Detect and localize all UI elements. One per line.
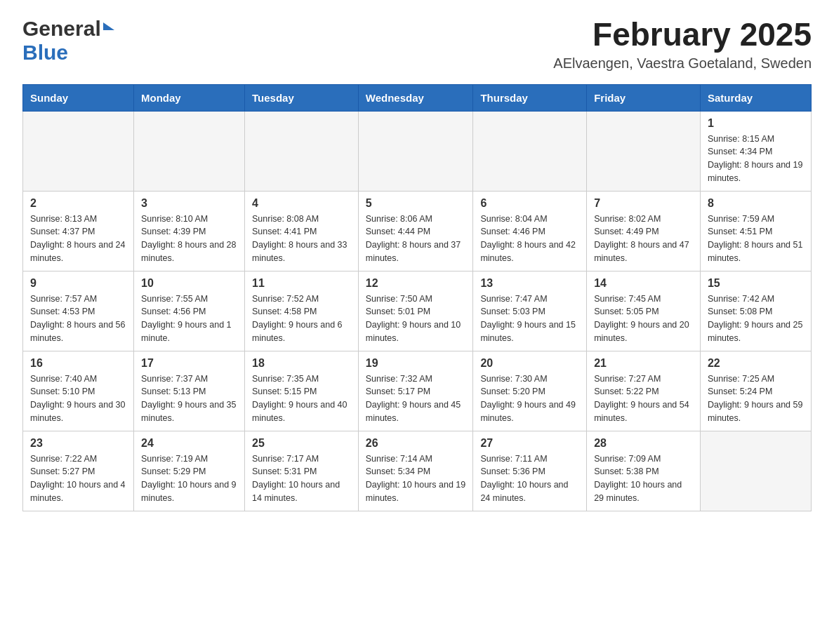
calendar-week-row: 23Sunrise: 7:22 AMSunset: 5:27 PMDayligh… xyxy=(23,431,812,511)
day-number: 23 xyxy=(30,437,126,450)
day-info: Sunrise: 7:30 AMSunset: 5:20 PMDaylight:… xyxy=(480,373,579,425)
calendar-cell: 25Sunrise: 7:17 AMSunset: 5:31 PMDayligh… xyxy=(245,431,359,511)
logo: General Blue xyxy=(22,17,114,65)
calendar-cell: 5Sunrise: 8:06 AMSunset: 4:44 PMDaylight… xyxy=(358,191,473,271)
calendar-cell xyxy=(700,431,811,511)
calendar-cell: 22Sunrise: 7:25 AMSunset: 5:24 PMDayligh… xyxy=(700,351,811,431)
calendar-cell: 12Sunrise: 7:50 AMSunset: 5:01 PMDayligh… xyxy=(358,271,473,351)
logo-general: General xyxy=(22,17,101,41)
calendar-cell: 26Sunrise: 7:14 AMSunset: 5:34 PMDayligh… xyxy=(358,431,473,511)
day-info: Sunrise: 7:32 AMSunset: 5:17 PMDaylight:… xyxy=(366,373,466,425)
day-number: 24 xyxy=(141,437,237,450)
day-info: Sunrise: 7:17 AMSunset: 5:31 PMDaylight:… xyxy=(252,452,351,505)
calendar-cell: 6Sunrise: 8:04 AMSunset: 4:46 PMDaylight… xyxy=(473,191,587,271)
day-number: 12 xyxy=(366,277,466,290)
day-number: 20 xyxy=(480,357,579,370)
day-number: 27 xyxy=(480,437,579,450)
title-area: February 2025 AElvaengen, Vaestra Goetal… xyxy=(553,17,812,72)
day-info: Sunrise: 7:14 AMSunset: 5:34 PMDaylight:… xyxy=(366,452,466,505)
calendar-cell: 9Sunrise: 7:57 AMSunset: 4:53 PMDaylight… xyxy=(23,271,134,351)
weekday-header-row: SundayMondayTuesdayWednesdayThursdayFrid… xyxy=(23,84,812,111)
calendar-cell: 1Sunrise: 8:15 AMSunset: 4:34 PMDaylight… xyxy=(700,111,811,191)
day-info: Sunrise: 7:25 AMSunset: 5:24 PMDaylight:… xyxy=(708,373,804,425)
day-number: 25 xyxy=(252,437,351,450)
day-info: Sunrise: 8:08 AMSunset: 4:41 PMDaylight:… xyxy=(252,213,351,265)
day-info: Sunrise: 8:06 AMSunset: 4:44 PMDaylight:… xyxy=(366,213,466,265)
calendar-cell: 28Sunrise: 7:09 AMSunset: 5:38 PMDayligh… xyxy=(587,431,701,511)
weekday-header-friday: Friday xyxy=(587,84,701,111)
calendar-cell xyxy=(358,111,473,191)
day-number: 10 xyxy=(141,277,237,290)
calendar-cell: 13Sunrise: 7:47 AMSunset: 5:03 PMDayligh… xyxy=(473,271,587,351)
calendar-week-row: 2Sunrise: 8:13 AMSunset: 4:37 PMDaylight… xyxy=(23,191,812,271)
calendar-cell: 19Sunrise: 7:32 AMSunset: 5:17 PMDayligh… xyxy=(358,351,473,431)
calendar-cell: 17Sunrise: 7:37 AMSunset: 5:13 PMDayligh… xyxy=(134,351,245,431)
calendar-cell xyxy=(134,111,245,191)
day-info: Sunrise: 7:52 AMSunset: 4:58 PMDaylight:… xyxy=(252,293,351,345)
calendar-cell: 23Sunrise: 7:22 AMSunset: 5:27 PMDayligh… xyxy=(23,431,134,511)
weekday-header-monday: Monday xyxy=(134,84,245,111)
day-number: 28 xyxy=(594,437,693,450)
day-info: Sunrise: 8:15 AMSunset: 4:34 PMDaylight:… xyxy=(708,133,804,185)
calendar-cell: 16Sunrise: 7:40 AMSunset: 5:10 PMDayligh… xyxy=(23,351,134,431)
day-number: 15 xyxy=(708,277,804,290)
calendar-cell: 11Sunrise: 7:52 AMSunset: 4:58 PMDayligh… xyxy=(245,271,359,351)
calendar-cell: 27Sunrise: 7:11 AMSunset: 5:36 PMDayligh… xyxy=(473,431,587,511)
day-number: 17 xyxy=(141,357,237,370)
day-number: 4 xyxy=(252,197,351,210)
day-info: Sunrise: 8:04 AMSunset: 4:46 PMDaylight:… xyxy=(480,213,579,265)
day-number: 8 xyxy=(708,197,804,210)
calendar-cell: 15Sunrise: 7:42 AMSunset: 5:08 PMDayligh… xyxy=(700,271,811,351)
day-info: Sunrise: 7:59 AMSunset: 4:51 PMDaylight:… xyxy=(708,213,804,265)
logo-blue: Blue xyxy=(22,41,68,64)
calendar-title: February 2025 xyxy=(553,17,812,53)
day-info: Sunrise: 7:11 AMSunset: 5:36 PMDaylight:… xyxy=(480,452,579,505)
day-number: 2 xyxy=(30,197,126,210)
logo-triangle-icon xyxy=(103,22,114,30)
day-number: 22 xyxy=(708,357,804,370)
calendar-cell: 20Sunrise: 7:30 AMSunset: 5:20 PMDayligh… xyxy=(473,351,587,431)
day-info: Sunrise: 7:27 AMSunset: 5:22 PMDaylight:… xyxy=(594,373,693,425)
day-number: 5 xyxy=(366,197,466,210)
day-info: Sunrise: 7:45 AMSunset: 5:05 PMDaylight:… xyxy=(594,293,693,345)
day-info: Sunrise: 7:40 AMSunset: 5:10 PMDaylight:… xyxy=(30,373,126,425)
calendar-cell xyxy=(473,111,587,191)
calendar-cell: 3Sunrise: 8:10 AMSunset: 4:39 PMDaylight… xyxy=(134,191,245,271)
weekday-header-wednesday: Wednesday xyxy=(358,84,473,111)
day-number: 19 xyxy=(366,357,466,370)
calendar-cell: 18Sunrise: 7:35 AMSunset: 5:15 PMDayligh… xyxy=(245,351,359,431)
day-number: 18 xyxy=(252,357,351,370)
calendar-cell: 2Sunrise: 8:13 AMSunset: 4:37 PMDaylight… xyxy=(23,191,134,271)
day-number: 13 xyxy=(480,277,579,290)
day-info: Sunrise: 7:42 AMSunset: 5:08 PMDaylight:… xyxy=(708,293,804,345)
calendar-cell: 24Sunrise: 7:19 AMSunset: 5:29 PMDayligh… xyxy=(134,431,245,511)
day-info: Sunrise: 7:37 AMSunset: 5:13 PMDaylight:… xyxy=(141,373,237,425)
calendar-cell xyxy=(245,111,359,191)
day-number: 6 xyxy=(480,197,579,210)
day-info: Sunrise: 8:02 AMSunset: 4:49 PMDaylight:… xyxy=(594,213,693,265)
calendar-cell: 10Sunrise: 7:55 AMSunset: 4:56 PMDayligh… xyxy=(134,271,245,351)
calendar-cell: 4Sunrise: 8:08 AMSunset: 4:41 PMDaylight… xyxy=(245,191,359,271)
day-number: 7 xyxy=(594,197,693,210)
day-number: 9 xyxy=(30,277,126,290)
calendar-cell xyxy=(23,111,134,191)
day-info: Sunrise: 7:50 AMSunset: 5:01 PMDaylight:… xyxy=(366,293,466,345)
day-info: Sunrise: 7:35 AMSunset: 5:15 PMDaylight:… xyxy=(252,373,351,425)
header: General Blue February 2025 AElvaengen, V… xyxy=(22,17,812,72)
day-number: 14 xyxy=(594,277,693,290)
calendar-week-row: 9Sunrise: 7:57 AMSunset: 4:53 PMDaylight… xyxy=(23,271,812,351)
calendar-cell: 21Sunrise: 7:27 AMSunset: 5:22 PMDayligh… xyxy=(587,351,701,431)
day-number: 16 xyxy=(30,357,126,370)
day-info: Sunrise: 7:22 AMSunset: 5:27 PMDaylight:… xyxy=(30,452,126,505)
calendar-cell xyxy=(587,111,701,191)
calendar-cell: 7Sunrise: 8:02 AMSunset: 4:49 PMDaylight… xyxy=(587,191,701,271)
weekday-header-thursday: Thursday xyxy=(473,84,587,111)
weekday-header-sunday: Sunday xyxy=(23,84,134,111)
calendar-table: SundayMondayTuesdayWednesdayThursdayFrid… xyxy=(22,84,812,511)
calendar-cell: 14Sunrise: 7:45 AMSunset: 5:05 PMDayligh… xyxy=(587,271,701,351)
day-info: Sunrise: 7:09 AMSunset: 5:38 PMDaylight:… xyxy=(594,452,693,505)
day-number: 11 xyxy=(252,277,351,290)
day-info: Sunrise: 7:57 AMSunset: 4:53 PMDaylight:… xyxy=(30,293,126,345)
weekday-header-tuesday: Tuesday xyxy=(245,84,359,111)
calendar-week-row: 1Sunrise: 8:15 AMSunset: 4:34 PMDaylight… xyxy=(23,111,812,191)
